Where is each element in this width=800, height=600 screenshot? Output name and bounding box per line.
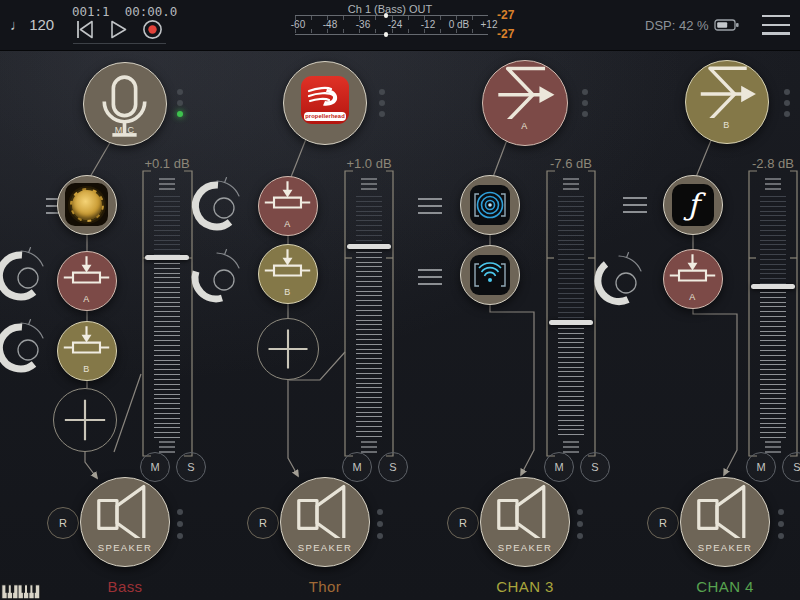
gain-value-label: +0.1 dB	[112, 156, 222, 171]
input-node-bus-b[interactable]: B	[685, 60, 769, 144]
output-node-speaker[interactable]: SPEAKER	[680, 477, 770, 567]
plugin-app-icon-gold-knob	[65, 183, 108, 226]
send-node-label: B	[259, 287, 317, 297]
plugin-app-icon-f: ƒ	[672, 184, 714, 226]
app-icon-banner: propellerhead	[304, 112, 346, 121]
bus-sum-icon	[483, 61, 566, 119]
send-knob[interactable]	[0, 320, 43, 369]
add-node-button[interactable]	[257, 318, 319, 380]
status-dot	[177, 521, 183, 527]
channel-fader[interactable]	[760, 196, 786, 438]
send-node-label: A	[58, 294, 116, 304]
gain-value-label: -7.6 dB	[516, 156, 626, 171]
status-dot	[379, 111, 385, 117]
plugin-node[interactable]: ƒ	[663, 175, 723, 235]
plugin-node[interactable]	[460, 245, 520, 305]
speaker-icon	[81, 478, 168, 538]
status-dot	[177, 89, 183, 95]
fader-handle[interactable]	[145, 255, 189, 260]
channel-name[interactable]: Bass	[55, 578, 195, 595]
send-knob[interactable]	[195, 250, 239, 299]
send-node-label: A	[259, 219, 317, 229]
status-dot	[379, 89, 385, 95]
solo-button[interactable]: S	[176, 452, 206, 482]
gain-value-label: +1.0 dB	[314, 156, 424, 171]
status-dot	[778, 509, 784, 515]
fader-ticks-upper	[558, 196, 584, 323]
plugin-app-icon-waves	[470, 255, 510, 295]
channel-name[interactable]: CHAN 3	[455, 578, 595, 595]
status-dot	[379, 100, 385, 106]
fader-handle[interactable]	[549, 320, 593, 325]
status-dot	[577, 509, 583, 515]
propellerhead-app-icon: propellerhead	[301, 76, 349, 124]
send-icon	[58, 322, 115, 366]
send-node-a[interactable]: A	[57, 251, 117, 311]
bus-sum-icon	[686, 61, 767, 118]
fader-ticks-lower	[356, 247, 382, 438]
send-icon	[664, 250, 721, 294]
input-node-label: MIC	[84, 125, 166, 135]
keyboard-toggle-icon[interactable]	[1, 584, 43, 600]
plugin-drag-handle[interactable]	[418, 198, 442, 214]
plugin-node[interactable]	[460, 175, 520, 235]
status-dot	[778, 521, 784, 527]
channel-name[interactable]: Thor	[255, 578, 395, 595]
record-arm-button[interactable]: R	[247, 507, 279, 539]
solo-button[interactable]: S	[378, 452, 408, 482]
fader-handle[interactable]	[347, 244, 391, 249]
send-node-b[interactable]: B	[258, 244, 318, 304]
record-arm-button[interactable]: R	[47, 507, 79, 539]
status-dot	[582, 111, 588, 117]
fader-ticks-upper	[760, 196, 786, 287]
plus-icon	[258, 319, 318, 379]
speaker-icon	[681, 478, 768, 538]
output-node-speaker[interactable]: SPEAKER	[80, 477, 170, 567]
send-node-label: A	[664, 292, 722, 302]
send-node-a[interactable]: A	[258, 176, 318, 236]
input-node-label: A	[483, 121, 567, 131]
input-active-led	[177, 111, 183, 117]
gain-value-label: -2.8 dB	[718, 156, 800, 171]
send-icon	[259, 245, 316, 289]
record-arm-button[interactable]: R	[647, 507, 679, 539]
send-knob[interactable]	[0, 248, 43, 297]
input-node-app[interactable]: propellerhead	[283, 61, 367, 145]
fader-handle[interactable]	[751, 284, 795, 289]
plugin-node[interactable]	[57, 175, 117, 235]
channel-fader[interactable]	[356, 196, 382, 438]
send-knob[interactable]	[598, 253, 641, 302]
fader-ticks-lower	[760, 287, 786, 438]
speaker-icon	[281, 478, 368, 538]
input-node-bus-a[interactable]: A	[482, 60, 568, 146]
send-knob[interactable]	[195, 178, 239, 227]
send-icon	[259, 177, 316, 221]
status-dot	[778, 533, 784, 539]
input-node-mic[interactable]: MIC	[83, 62, 167, 146]
status-dot	[582, 89, 588, 95]
status-dot	[784, 89, 790, 95]
send-node-b[interactable]: B	[57, 321, 117, 381]
send-node-a[interactable]: A	[663, 249, 723, 309]
output-node-speaker[interactable]: SPEAKER	[280, 477, 370, 567]
channel-fader[interactable]	[558, 196, 584, 438]
plugin-drag-handle[interactable]	[418, 269, 442, 285]
plugin-app-icon-target	[470, 185, 510, 225]
f-glyph: ƒ	[687, 190, 698, 220]
status-dot	[377, 509, 383, 515]
output-node-label: SPEAKER	[481, 542, 569, 553]
add-node-button[interactable]	[53, 388, 117, 452]
solo-button[interactable]: S	[580, 452, 610, 482]
plugin-drag-handle[interactable]	[623, 197, 647, 213]
channel-name[interactable]: CHAN 4	[655, 578, 795, 595]
status-dot	[377, 521, 383, 527]
status-dot	[582, 100, 588, 106]
output-node-label: SPEAKER	[81, 542, 169, 553]
channel-fader[interactable]	[154, 196, 180, 438]
status-dot	[784, 111, 790, 117]
record-arm-button[interactable]: R	[447, 507, 479, 539]
input-node-label: B	[686, 120, 768, 130]
output-node-label: SPEAKER	[281, 542, 369, 553]
send-icon	[58, 252, 115, 296]
output-node-speaker[interactable]: SPEAKER	[480, 477, 570, 567]
